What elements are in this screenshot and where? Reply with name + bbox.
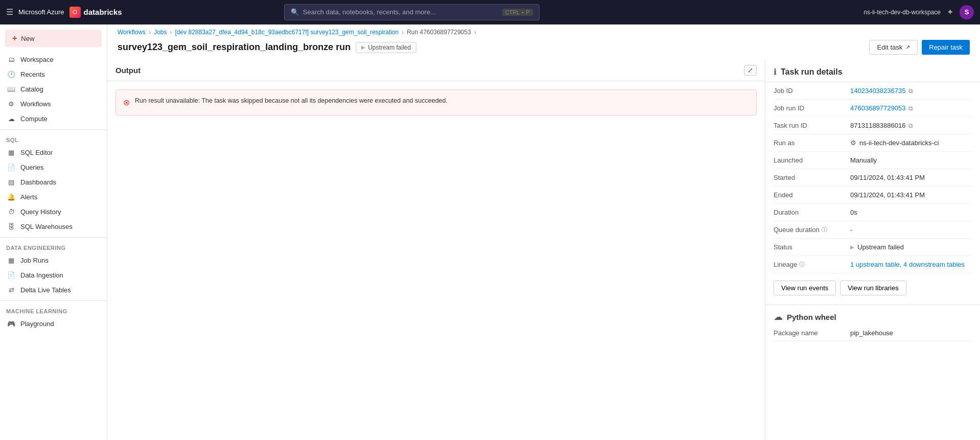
launched-value: Manually [850, 156, 972, 164]
job-run-id-link[interactable]: 476036897729053 [850, 104, 905, 112]
copy-task-run-id-icon[interactable]: ⧉ [908, 122, 913, 129]
breadcrumb: Workflows › Jobs › [dev 82883a27_dfea_4d… [107, 25, 980, 38]
sql-warehouses-icon: 🗄 [7, 223, 15, 230]
detail-row-ended: Ended 09/11/2024, 01:43:41 PM [774, 187, 972, 204]
sidebar-item-sql-warehouses[interactable]: 🗄 SQL Warehouses [0, 219, 107, 234]
status-label: Status [774, 243, 845, 251]
detail-row-status: Status ▶ Upstream failed [774, 239, 972, 256]
task-run-id-value: 871311883886016 ⧉ [850, 122, 972, 129]
search-bar[interactable]: 🔍 Search data, notebooks, recents, and m… [284, 4, 540, 20]
breadcrumb-workflows[interactable]: Workflows [118, 29, 146, 36]
view-run-libraries-button[interactable]: View run libraries [840, 281, 906, 295]
queue-duration-label: Queue duration ⓘ [774, 226, 845, 234]
external-link-icon: ↗ [905, 44, 910, 51]
page-title-area: survey123_gem_soil_respiration_landing_b… [118, 42, 416, 53]
workspace-icon: 🗂 [7, 56, 15, 63]
duration-value: 0s [850, 209, 972, 216]
sidebar-item-compute[interactable]: ☁ Compute [0, 111, 107, 126]
top-navigation: ☰ Microsoft Azure ⬡ databricks 🔍 Search … [0, 0, 980, 25]
sidebar-divider-1 [0, 129, 107, 130]
breadcrumb-job-name[interactable]: [dev 82883a27_dfea_4d94_b18c_93aedbc6717… [175, 29, 399, 36]
queries-icon: 📄 [7, 164, 15, 171]
ml-section-label: Machine Learning [0, 304, 107, 316]
sidebar-label-data-ingestion: Data Ingestion [20, 271, 63, 279]
edit-task-button[interactable]: Edit task ↗ [869, 40, 918, 55]
sidebar-item-data-ingestion[interactable]: 📄 Data Ingestion [0, 268, 107, 283]
sidebar-item-query-history[interactable]: ⏱ Query History [0, 204, 107, 219]
sidebar-item-workspace[interactable]: 🗂 Workspace [0, 52, 107, 67]
compute-icon: ☁ [7, 115, 15, 123]
sidebar-item-playground[interactable]: 🎮 Playground [0, 316, 107, 331]
breadcrumb-jobs[interactable]: Jobs [154, 29, 167, 36]
sidebar-label-playground: Playground [20, 320, 54, 328]
sidebar-divider-2 [0, 237, 107, 238]
sidebar-label-workflows: Workflows [20, 100, 51, 108]
avatar[interactable]: S [960, 5, 974, 19]
error-icon: ⊗ [123, 97, 130, 109]
details-panel: ℹ Task run details Job ID 14023403823673… [765, 60, 980, 440]
started-label: Started [774, 174, 845, 181]
view-run-events-button[interactable]: View run events [774, 281, 836, 295]
sidebar-item-dashboards[interactable]: ▤ Dashboards [0, 175, 107, 190]
sidebar-item-delta-live-tables[interactable]: ⇄ Delta Live Tables [0, 283, 107, 297]
delta-live-tables-icon: ⇄ [7, 286, 15, 294]
queue-duration-value: - [850, 226, 972, 234]
recents-icon: 🕐 [7, 71, 15, 78]
python-wheel-section: ☁ Python wheel Package name pip_lakehous… [765, 305, 980, 346]
service-account-icon: ⚙ [850, 139, 856, 147]
breadcrumb-run: Run 476036897729053 [407, 29, 471, 36]
job-id-link[interactable]: 140234038236735 [850, 87, 905, 95]
copy-job-id-icon[interactable]: ⧉ [908, 87, 913, 95]
upstream-failed-icon: ▶ [361, 44, 365, 50]
query-history-icon: ⏱ [7, 208, 15, 216]
alerts-icon: 🔔 [7, 193, 15, 201]
error-text: Run result unavailable: The task was ski… [135, 96, 448, 106]
detail-row-job-id: Job ID 140234038236735 ⧉ [774, 82, 972, 100]
sidebar-label-queries: Queries [20, 164, 44, 171]
copy-job-run-id-icon[interactable]: ⧉ [908, 105, 913, 112]
lineage-label: Lineage ⓘ [774, 261, 845, 268]
detail-row-lineage: Lineage ⓘ 1 upstream table, 4 downstream… [774, 256, 972, 273]
python-wheel-header: ☁ Python wheel [774, 305, 972, 326]
de-section-label: Data Engineering [0, 241, 107, 253]
lineage-info-icon[interactable]: ⓘ [799, 261, 805, 268]
run-as-label: Run as [774, 139, 845, 147]
sidebar-label-job-runs: Job Runs [20, 257, 49, 264]
details-info-icon: ℹ [774, 67, 777, 77]
search-icon: 🔍 [291, 8, 299, 16]
output-expand-button[interactable]: ⤢ [744, 65, 757, 76]
sidebar-label-catalog: Catalog [20, 85, 43, 93]
detail-row-queue-duration: Queue duration ⓘ - [774, 221, 972, 239]
detail-row-launched: Launched Manually [774, 152, 972, 169]
detail-actions: View run events View run libraries [774, 273, 972, 303]
sidebar-item-recents[interactable]: 🕐 Recents [0, 67, 107, 82]
playground-icon: 🎮 [7, 320, 15, 328]
run-as-value: ⚙ ns-ii-tech-dev-databricks-ci [850, 139, 972, 147]
sidebar-item-catalog[interactable]: 📖 Catalog [0, 82, 107, 97]
queue-duration-info-icon[interactable]: ⓘ [822, 226, 827, 234]
lineage-link[interactable]: 1 upstream table, 4 downstream tables [850, 261, 965, 268]
detail-row-job-run-id: Job run ID 476036897729053 ⧉ [774, 100, 972, 117]
workspace-name[interactable]: ns-ii-tech-dev-db-workspace [864, 9, 941, 16]
sidebar-item-job-runs[interactable]: ▦ Job Runs [0, 253, 107, 268]
sidebar-label-workspace: Workspace [20, 56, 54, 63]
ended-value: 09/11/2024, 01:43:41 PM [850, 191, 972, 199]
python-package-row: Package name pip_lakehouse [774, 326, 972, 341]
hamburger-icon[interactable]: ☰ [6, 7, 13, 17]
sidebar-item-workflows[interactable]: ⚙ Workflows [0, 97, 107, 111]
sidebar-item-alerts[interactable]: 🔔 Alerts [0, 190, 107, 204]
detail-row-run-as: Run as ⚙ ns-ii-tech-dev-databricks-ci [774, 134, 972, 152]
sidebar-item-sql-editor[interactable]: ▦ SQL Editor [0, 145, 107, 160]
sidebar-item-queries[interactable]: 📄 Queries [0, 160, 107, 175]
azure-text: Microsoft Azure [18, 8, 64, 16]
sidebar: + New 🗂 Workspace 🕐 Recents 📖 Catalog ⚙ … [0, 25, 107, 440]
sidebar-label-alerts: Alerts [20, 193, 37, 201]
output-header: Output ⤢ [107, 60, 765, 81]
dashboards-icon: ▤ [7, 178, 15, 186]
lineage-value: 1 upstream table, 4 downstream tables [850, 261, 972, 268]
error-message: ⊗ Run result unavailable: The task was s… [115, 89, 757, 115]
edit-task-label: Edit task [877, 43, 902, 51]
new-button[interactable]: + New [5, 30, 102, 47]
page-title: survey123_gem_soil_respiration_landing_b… [118, 42, 351, 53]
repair-task-button[interactable]: Repair task [922, 40, 970, 55]
